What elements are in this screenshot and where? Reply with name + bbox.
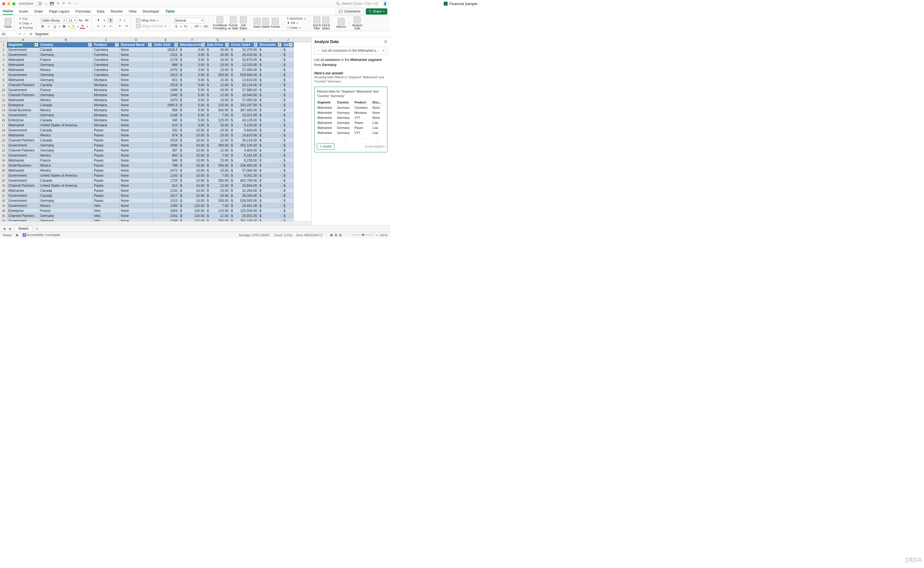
data-cell[interactable]: Paseo	[93, 138, 120, 143]
data-cell[interactable]: Channel Partners	[7, 183, 39, 188]
data-cell[interactable]: None	[120, 88, 153, 92]
row-number[interactable]: 16	[0, 118, 7, 123]
data-cell[interactable]: 1513	[153, 198, 179, 203]
page-break-view-icon[interactable]: ▤	[339, 233, 342, 237]
data-cell[interactable]: Paseo	[93, 178, 120, 183]
wrap-text-button[interactable]: Wrap Text	[135, 18, 167, 23]
fx-icon[interactable]: fx	[28, 32, 34, 36]
data-cell[interactable]: $15.00	[206, 62, 230, 67]
decrease-indent-icon[interactable]: ⇤	[118, 24, 122, 29]
data-cell[interactable]: $	[283, 113, 293, 118]
data-cell[interactable]: Channel Partners	[7, 148, 39, 153]
align-middle-icon[interactable]: ≡	[102, 18, 107, 23]
data-cell[interactable]: Canada	[39, 188, 93, 193]
data-cell[interactable]: $-	[259, 213, 283, 218]
data-cell[interactable]: Germany	[39, 77, 93, 83]
data-cell[interactable]: Paseo	[93, 198, 120, 203]
data-cell[interactable]: None	[120, 103, 153, 107]
data-cell[interactable]: Channel Partners	[7, 138, 39, 143]
data-cell[interactable]: Midmarket	[7, 57, 39, 62]
data-cell[interactable]: None	[120, 73, 153, 77]
data-cell[interactable]: Paseo	[93, 168, 120, 173]
italic-button[interactable]: I	[46, 24, 51, 29]
spreadsheet-grid[interactable]: ABCDEFGHIJ 1Segment▾Country▾Product▾Disc…	[0, 37, 311, 225]
home-icon[interactable]: ⌂	[45, 2, 47, 6]
data-cell[interactable]: $	[283, 163, 293, 168]
data-cell[interactable]: $5.00	[179, 77, 206, 83]
data-cell[interactable]: $	[283, 103, 293, 107]
font-name-select[interactable]: Calibri (Body)▾	[40, 18, 66, 23]
data-cell[interactable]: $30,216.00	[230, 138, 259, 143]
data-cell[interactable]: $	[283, 143, 293, 148]
data-cell[interactable]: 958	[153, 107, 179, 113]
data-cell[interactable]: Germany	[39, 213, 93, 218]
data-cell[interactable]: $352,100.00	[230, 143, 259, 148]
data-cell[interactable]: 345	[153, 118, 179, 123]
row-number[interactable]: 22	[0, 148, 7, 153]
data-cell[interactable]: Carretera	[93, 52, 120, 57]
data-cell[interactable]: Government	[7, 203, 39, 208]
data-cell[interactable]: $	[283, 168, 293, 173]
formula-input[interactable]: Segment	[34, 32, 390, 36]
data-cell[interactable]: Paseo	[93, 183, 120, 188]
data-cell[interactable]: $-	[259, 128, 283, 133]
data-cell[interactable]: $10.00	[179, 158, 206, 163]
data-cell[interactable]: $	[283, 188, 293, 193]
data-cell[interactable]: None	[120, 77, 153, 83]
data-cell[interactable]: Government	[7, 73, 39, 77]
data-cell[interactable]: Velo	[93, 218, 120, 221]
data-cell[interactable]: $5.00	[179, 113, 206, 118]
data-cell[interactable]: $	[283, 213, 293, 218]
format-painter-button[interactable]: 🖌Format	[18, 26, 34, 30]
data-cell[interactable]: $-	[259, 92, 283, 98]
data-cell[interactable]: $9,225.00	[230, 123, 259, 128]
helpful-link[interactable]: Is this helpful?	[365, 145, 385, 148]
data-cell[interactable]: None	[120, 113, 153, 118]
row-number[interactable]: 30	[0, 188, 7, 193]
user-avatar[interactable]: 👤	[382, 1, 388, 6]
data-cell[interactable]: $10.00	[179, 193, 206, 198]
data-cell[interactable]: Government	[7, 113, 39, 118]
data-cell[interactable]: 974	[153, 133, 179, 138]
data-cell[interactable]: Montana	[93, 83, 120, 88]
data-cell[interactable]: None	[120, 92, 153, 98]
data-cell[interactable]: $-	[259, 98, 283, 103]
row-number[interactable]: 20	[0, 138, 7, 143]
comments-button[interactable]: 💬 Comments	[336, 8, 364, 15]
data-cell[interactable]: $350.00	[206, 198, 230, 203]
analyze-data-button[interactable]: Analyze Data	[352, 17, 363, 30]
row-number[interactable]: 1	[0, 42, 7, 47]
row-number[interactable]: 17	[0, 123, 7, 128]
data-cell[interactable]: $20.00	[206, 47, 230, 52]
data-cell[interactable]: Midmarket	[7, 168, 39, 173]
data-cell[interactable]: 2518	[153, 138, 179, 143]
data-cell[interactable]: $-	[259, 188, 283, 193]
data-cell[interactable]: $	[283, 158, 293, 163]
sheet-nav-prev[interactable]: ◀	[2, 227, 6, 231]
data-cell[interactable]: $-	[259, 218, 283, 221]
data-cell[interactable]: None	[120, 98, 153, 103]
data-cell[interactable]: None	[120, 218, 153, 221]
row-number[interactable]: 8	[0, 77, 7, 83]
data-cell[interactable]: None	[120, 118, 153, 123]
data-cell[interactable]: 1725	[153, 178, 179, 183]
data-cell[interactable]: Germany	[39, 52, 93, 57]
data-cell[interactable]: $	[283, 107, 293, 113]
data-cell[interactable]: None	[120, 208, 153, 213]
delete-cells-button[interactable]: Delete	[262, 18, 269, 28]
row-number[interactable]: 19	[0, 133, 7, 138]
row-number[interactable]: 27	[0, 173, 7, 178]
tab-table[interactable]: Table	[166, 8, 175, 15]
column-header-B[interactable]: B	[39, 37, 93, 42]
data-cell[interactable]: None	[120, 148, 153, 153]
zoom-slider[interactable]	[352, 234, 374, 236]
header-cell[interactable]: Sale Price▾	[206, 42, 230, 47]
row-number[interactable]: 14	[0, 107, 7, 113]
data-cell[interactable]: $	[283, 178, 293, 183]
data-cell[interactable]: Montana	[93, 92, 120, 98]
zoom-in-icon[interactable]: +	[376, 233, 378, 237]
data-cell[interactable]: $	[283, 118, 293, 123]
data-cell[interactable]: $-	[259, 113, 283, 118]
data-cell[interactable]: $10.00	[179, 138, 206, 143]
data-cell[interactable]: $-	[259, 52, 283, 57]
